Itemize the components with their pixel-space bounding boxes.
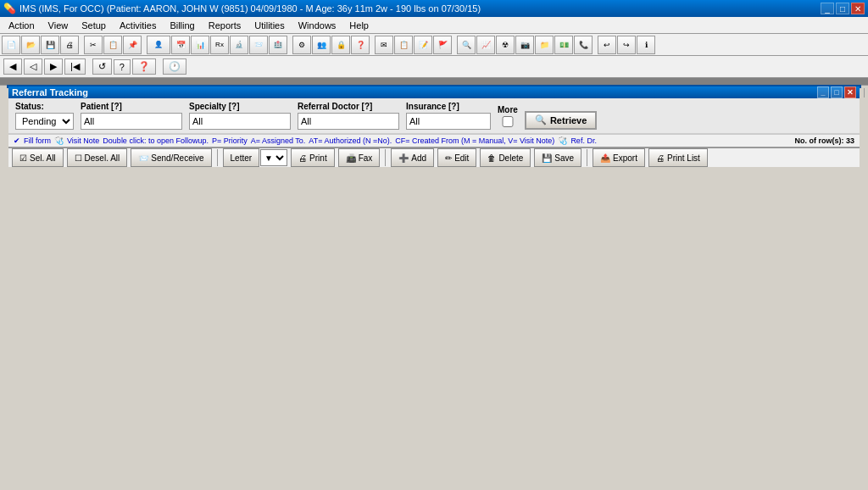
fax-button[interactable]: 📠 Fax	[338, 148, 381, 167]
patient-filter-input[interactable]	[81, 113, 182, 130]
save-button[interactable]: 💾 Save	[534, 148, 581, 167]
add-icon: ➕	[398, 153, 409, 163]
toolbar-rx[interactable]: Rx	[210, 36, 229, 54]
nav-refresh[interactable]: ↺	[92, 58, 112, 75]
title-bar: 💊 IMS (IMS, For OCC) (Patient: AARON, JO…	[0, 0, 868, 17]
nav-back2[interactable]: ◁	[24, 58, 42, 75]
letter-select[interactable]: ▼	[260, 149, 287, 166]
toolbar-separator-1	[217, 149, 218, 166]
toolbar-lock[interactable]: 🔒	[331, 36, 350, 54]
maximize-button[interactable]: □	[836, 3, 849, 14]
edit-button[interactable]: ✏ Edit	[437, 148, 476, 167]
letter-group: Letter ▼	[223, 148, 288, 167]
toolbar-copy[interactable]: 📋	[103, 36, 122, 54]
minimize-button[interactable]: _	[821, 3, 834, 14]
sel-all-button[interactable]: ☑ Sel. All	[12, 148, 64, 167]
menu-help[interactable]: Help	[342, 19, 376, 32]
nav-help2[interactable]: ❓	[132, 58, 156, 75]
nav-back[interactable]: ◀	[3, 58, 22, 75]
send-receive-label: Send/Receive	[151, 153, 203, 163]
toolbar-new[interactable]: 📄	[2, 36, 20, 54]
ref-window-controls: _ □ ✕	[817, 86, 856, 98]
nav-bar: ◀ ◁ ▶ |◀ ↺ ? ❓ 🕐	[0, 56, 868, 78]
toolbar-tasks[interactable]: 📋	[394, 36, 413, 54]
toolbar-scan[interactable]: 📷	[515, 36, 534, 54]
fill-form-link[interactable]: Fill form	[24, 136, 51, 145]
toolbar-patient[interactable]: 👤	[147, 36, 170, 54]
menu-billing[interactable]: Billing	[163, 19, 201, 32]
send-receive-button[interactable]: 📨 Send/Receive	[131, 148, 211, 167]
toolbar-insurance[interactable]: 🏥	[269, 36, 287, 54]
toolbar-undo[interactable]: ↩	[598, 36, 616, 54]
toolbar-open[interactable]: 📂	[21, 36, 40, 54]
menu-action[interactable]: Action	[2, 19, 42, 32]
close-button[interactable]: ✕	[851, 3, 865, 14]
status-filter-select[interactable]: Pending All	[15, 113, 74, 130]
toolbar-cut[interactable]: ✂	[84, 36, 103, 54]
toolbar-calendar[interactable]: 📅	[171, 36, 190, 54]
referral-doctor-filter-input[interactable]	[298, 113, 399, 130]
toolbar-notes[interactable]: 📝	[414, 36, 432, 54]
nav-home[interactable]: ?	[114, 59, 131, 75]
toolbar-print-tb[interactable]: 🖨	[60, 36, 79, 54]
ref-minimize-button[interactable]: _	[817, 86, 829, 98]
letter-button[interactable]: Letter	[223, 148, 260, 167]
assigned-note: A= Assigned To.	[251, 136, 306, 145]
visit-note-link[interactable]: Visit Note	[67, 136, 99, 145]
nav-clock[interactable]: 🕐	[163, 58, 186, 75]
desel-all-button[interactable]: ☐ Desel. All	[67, 148, 128, 167]
toolbar-xray[interactable]: ☢	[496, 36, 515, 54]
toolbar-chart[interactable]: 📊	[191, 36, 209, 54]
nav-forward[interactable]: ▶	[44, 58, 63, 75]
title-bar-controls: _ □ ✕	[821, 3, 865, 14]
ref-maximize-button[interactable]: □	[831, 86, 843, 98]
edit-label: Edit	[454, 153, 469, 163]
menu-utilities[interactable]: Utilities	[248, 19, 291, 32]
menu-windows[interactable]: Windows	[292, 19, 343, 32]
menu-reports[interactable]: Reports	[202, 19, 248, 32]
toolbar-docs[interactable]: 📁	[535, 36, 554, 54]
main-area: Referral Tracking _ □ ✕ Status: Pending …	[0, 78, 868, 85]
app-icon: 💊	[3, 3, 16, 14]
add-button[interactable]: ➕ Add	[391, 148, 434, 167]
toolbar-info[interactable]: ℹ	[637, 36, 655, 54]
nav-forward2[interactable]: |◀	[64, 58, 86, 75]
toolbar-messages[interactable]: ✉	[375, 36, 393, 54]
retrieve-button[interactable]: 🔍 Retrieve	[525, 111, 597, 130]
toolbar-save-tb[interactable]: 💾	[41, 36, 59, 54]
referral-doctor-filter-label: Referral Doctor [?]	[298, 102, 399, 111]
export-button[interactable]: 📤 Export	[593, 148, 645, 167]
priority-note: P= Priority	[212, 136, 248, 145]
menu-activities[interactable]: Activities	[113, 19, 163, 32]
toolbar-redo[interactable]: ↪	[617, 36, 636, 54]
toolbar-separator-3	[587, 149, 587, 166]
menu-setup[interactable]: Setup	[75, 19, 113, 32]
toolbar-help-btn[interactable]: ❓	[351, 36, 370, 54]
toolbar-flag[interactable]: 🚩	[433, 36, 452, 54]
fill-form-icon: ✔	[14, 136, 20, 145]
retrieve-icon: 🔍	[535, 114, 547, 125]
ref-close-button[interactable]: ✕	[844, 86, 856, 98]
title-bar-text: 💊 IMS (IMS, For OCC) (Patient: AARON, JO…	[3, 3, 481, 14]
letter-label: Letter	[231, 153, 253, 163]
print-button[interactable]: 🖨 Print	[291, 148, 335, 167]
insurance-filter-input[interactable]	[406, 113, 491, 130]
toolbar-labs[interactable]: 🔬	[230, 36, 248, 54]
delete-button[interactable]: 🗑 Delete	[480, 148, 531, 167]
toolbar-settings[interactable]: ⚙	[292, 36, 311, 54]
toolbar-billing-tb[interactable]: 💵	[554, 36, 573, 54]
status-note-text: Double click: to open Followup.	[103, 136, 209, 145]
desel-all-icon: ☐	[75, 153, 82, 163]
print-list-button[interactable]: 🖨 Print List	[648, 148, 708, 167]
toolbar-referral[interactable]: 📨	[249, 36, 268, 54]
sel-all-icon: ☑	[19, 153, 27, 163]
toolbar-report[interactable]: 📈	[476, 36, 495, 54]
toolbar-search[interactable]: 🔍	[457, 36, 476, 54]
more-filter-checkbox[interactable]	[498, 116, 518, 127]
menu-view[interactable]: View	[42, 19, 75, 32]
toolbar-phone[interactable]: 📞	[574, 36, 593, 54]
toolbar-paste[interactable]: 📌	[123, 36, 142, 54]
more-filter-label: More	[498, 105, 518, 114]
toolbar-users[interactable]: 👥	[312, 36, 331, 54]
specialty-filter-input[interactable]	[189, 113, 291, 130]
